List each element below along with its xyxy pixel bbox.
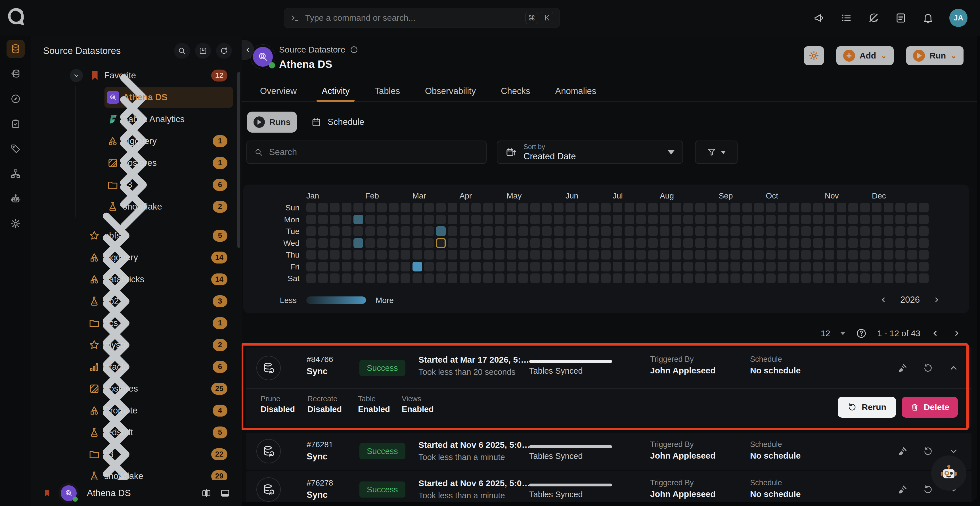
heatmap-cell[interactable] [318,226,328,236]
tab-overview[interactable]: Overview [255,81,302,101]
heatmap-cell[interactable] [707,215,716,224]
heatmap-cell[interactable] [872,203,881,212]
heatmap-cell[interactable] [801,262,811,272]
heatmap-cell[interactable] [589,203,599,212]
heatmap-cell[interactable] [919,203,929,212]
heatmap-cell[interactable] [884,274,893,283]
heatmap-cell[interactable] [601,250,611,259]
heatmap-cell[interactable] [872,238,881,248]
heatmap-cell[interactable] [460,274,469,283]
heatmap-cell[interactable] [730,215,740,224]
heatmap-cell[interactable] [825,250,834,259]
heatmap-cell[interactable] [612,274,622,283]
heatmap-cell[interactable] [848,203,858,212]
heatmap-cell[interactable] [872,274,881,283]
heatmap-cell[interactable] [612,262,622,272]
heatmap-cell[interactable] [625,274,634,283]
heatmap-cell[interactable] [507,274,516,283]
heatmap-cell[interactable] [801,226,811,236]
heatmap-cell[interactable] [530,203,540,212]
heatmap-cell[interactable] [919,226,929,236]
heatmap-cell[interactable] [719,215,729,224]
heatmap-cell[interactable] [554,203,563,212]
heatmap-cell[interactable] [601,215,611,224]
heatmap-cell[interactable] [719,203,729,212]
heatmap-cell[interactable] [318,262,328,272]
heatmap-cell[interactable] [365,262,375,272]
heatmap-cell[interactable] [377,238,387,248]
heatmap-cell[interactable] [778,250,787,259]
heatmap-cell[interactable] [896,226,905,236]
heatmap-cell[interactable] [825,274,834,283]
heatmap-cell[interactable] [766,215,776,224]
heatmap-cell[interactable] [495,238,504,248]
info-icon[interactable] [350,45,358,54]
heatmap-cell-active[interactable] [436,226,446,236]
heatmap-cell[interactable] [625,226,634,236]
heatmap-cell[interactable] [919,262,929,272]
heatmap-cell[interactable] [907,226,917,236]
heatmap-cell[interactable] [648,250,658,259]
heatmap-cell[interactable] [872,250,881,259]
heatmap-cell[interactable] [507,250,516,259]
heatmap-cell[interactable] [519,226,528,236]
heatmap-cell[interactable] [778,238,787,248]
tab-tables[interactable]: Tables [369,81,405,101]
heatmap-cell[interactable] [471,226,481,236]
heatmap-cell[interactable] [330,274,339,283]
heatmap-cell[interactable] [495,250,504,259]
heatmap-cell[interactable] [707,250,716,259]
rail-item-settings[interactable] [6,215,25,233]
heatmap-cell[interactable] [648,274,658,283]
heatmap-cell[interactable] [766,262,776,272]
heatmap-cell[interactable] [483,238,493,248]
heatmap-cell[interactable] [707,203,716,212]
heatmap-cell[interactable] [542,226,552,236]
previous-page-icon[interactable] [931,329,940,338]
heatmap-cell[interactable] [389,203,399,212]
notifications-bell-button[interactable] [922,12,934,24]
heatmap-cell[interactable] [625,250,634,259]
heatmap-cell[interactable] [542,250,552,259]
heatmap-cell[interactable] [884,262,893,272]
heatmap-cell[interactable] [636,274,646,283]
heatmap-cell[interactable] [554,215,563,224]
heatmap-cell[interactable] [424,238,434,248]
heatmap-cell[interactable] [695,250,705,259]
heatmap-cell[interactable] [754,274,764,283]
heatmap-cell[interactable] [754,215,764,224]
run-row-summary[interactable]: #84766 Sync Success Started at Mar 17 20… [246,348,972,388]
heatmap-cell[interactable] [707,238,716,248]
sidebar-search-button[interactable] [174,43,190,59]
sidebar-bookmark-button[interactable] [195,43,211,59]
heatmap-cell[interactable] [766,250,776,259]
heatmap-cell[interactable] [353,250,363,259]
heatmap-cell[interactable] [872,226,881,236]
heatmap-cell[interactable] [789,274,799,283]
heatmap-cell[interactable] [377,262,387,272]
heatmap-cell[interactable] [578,274,587,283]
rail-item-checks[interactable] [6,115,25,133]
tab-anomalies[interactable]: Anomalies [550,81,601,101]
delete-button[interactable]: Delete [902,397,958,418]
heatmap-cell[interactable] [742,250,752,259]
heatmap-cell[interactable] [495,215,504,224]
heatmap-cell[interactable] [436,262,446,272]
heatmap-cell[interactable] [495,274,504,283]
heatmap-cell[interactable] [436,250,446,259]
heatmap-cell[interactable] [907,262,917,272]
heatmap-cell[interactable] [565,250,575,259]
heatmap-cell[interactable] [636,250,646,259]
run-row-summary[interactable]: #76281 Sync Success Started at Nov 6 202… [246,433,972,469]
heatmap-cell[interactable] [483,215,493,224]
heatmap-cell[interactable] [636,226,646,236]
heatmap-cell[interactable] [801,250,811,259]
heatmap-cell[interactable] [330,250,339,259]
heatmap-cell[interactable] [353,203,363,212]
heatmap-cell[interactable] [542,262,552,272]
heatmap-cell[interactable] [625,238,634,248]
heatmap-cell[interactable] [778,262,787,272]
heatmap-cell[interactable] [919,250,929,259]
heatmap-cell[interactable] [554,226,563,236]
heatmap-cell[interactable] [424,215,434,224]
